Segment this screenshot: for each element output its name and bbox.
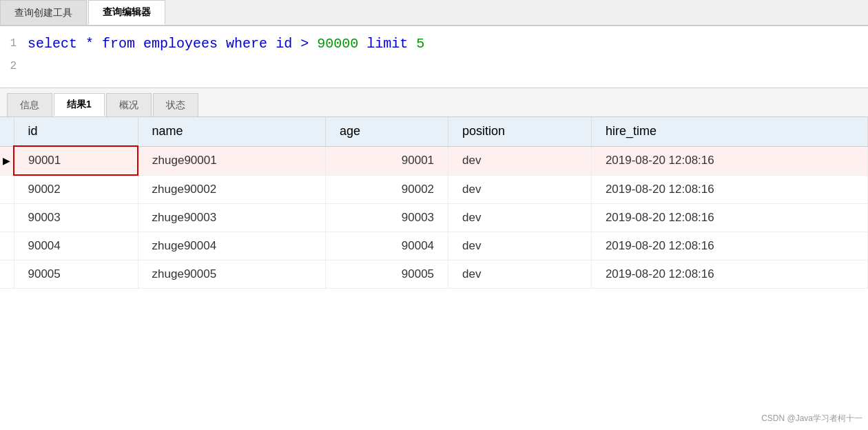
cell-id: 90003	[14, 204, 138, 232]
cell-id: 90004	[14, 232, 138, 260]
line-number-1: 1	[0, 35, 28, 53]
cell-position: dev	[448, 175, 592, 204]
cell-id: 90005	[14, 260, 138, 289]
results-area: 信息 结果1 概况 状态 id name age position hire_t…	[0, 88, 868, 430]
cell-name: zhuge90001	[138, 146, 325, 175]
tab-overview[interactable]: 概况	[106, 93, 152, 116]
cell-age: 90001	[326, 146, 448, 175]
page-content: 查询创建工具 查询编辑器 1 select * from employees w…	[0, 0, 868, 430]
cell-name: zhuge90004	[138, 232, 325, 260]
cell-name: zhuge90002	[138, 175, 325, 204]
cell-id: 90002	[14, 175, 138, 204]
table-row[interactable]: ▶90001zhuge9000190001dev2019-08-20 12:08…	[0, 146, 868, 175]
sql-line-1: 1 select * from employees where id > 900…	[0, 32, 868, 57]
sql-editor[interactable]: 1 select * from employees where id > 900…	[0, 26, 868, 88]
cell-hire-time: 2019-08-20 12:08:16	[591, 204, 867, 232]
result-tab-bar: 信息 结果1 概况 状态	[0, 88, 868, 117]
tab-status[interactable]: 状态	[153, 93, 198, 116]
cell-hire-time: 2019-08-20 12:08:16	[591, 260, 867, 289]
col-header-hire-time: hire_time	[591, 117, 867, 146]
cell-age: 90002	[326, 175, 448, 204]
watermark: CSDN @Java学习者柯十一	[761, 413, 862, 424]
col-header-id: id	[14, 117, 138, 146]
header-arrow-placeholder	[0, 117, 14, 146]
sql-keyword-where: where	[226, 36, 267, 52]
cell-hire-time: 2019-08-20 12:08:16	[591, 175, 867, 204]
sql-keyword-from: from	[102, 36, 135, 52]
table-row[interactable]: 90005zhuge9000590005dev2019-08-20 12:08:…	[0, 260, 868, 289]
tab-query-editor[interactable]: 查询编辑器	[88, 0, 165, 25]
cell-hire-time: 2019-08-20 12:08:16	[591, 232, 867, 260]
cell-position: dev	[448, 146, 592, 175]
table-body: ▶90001zhuge9000190001dev2019-08-20 12:08…	[0, 146, 868, 289]
col-header-position: position	[448, 117, 592, 146]
row-arrow	[0, 232, 14, 260]
sql-line-2: 2	[0, 57, 868, 77]
sql-condition: id >	[276, 36, 317, 52]
row-arrow	[0, 204, 14, 232]
sql-editor-area: 1 select * from employees where id > 900…	[0, 26, 868, 88]
sql-limit-value: 5	[416, 36, 424, 52]
cell-position: dev	[448, 260, 592, 289]
cell-position: dev	[448, 204, 592, 232]
row-arrow: ▶	[0, 146, 14, 175]
cell-id: 90001	[14, 146, 138, 175]
cell-age: 90003	[326, 204, 448, 232]
cell-name: zhuge90005	[138, 260, 325, 289]
tab-query-builder[interactable]: 查询创建工具	[0, 0, 87, 25]
sql-table: employees	[143, 36, 226, 52]
sql-star: *	[85, 36, 102, 52]
cell-age: 90005	[326, 260, 448, 289]
tab-info[interactable]: 信息	[7, 93, 52, 116]
cell-position: dev	[448, 232, 592, 260]
col-header-age: age	[326, 117, 448, 146]
results-table: id name age position hire_time ▶90001zhu…	[0, 117, 868, 289]
row-arrow	[0, 260, 14, 289]
sql-keyword-limit: limit	[366, 36, 416, 52]
table-row[interactable]: 90003zhuge9000390003dev2019-08-20 12:08:…	[0, 204, 868, 232]
col-header-name: name	[138, 117, 325, 146]
cell-hire-time: 2019-08-20 12:08:16	[591, 146, 867, 175]
top-tab-bar: 查询创建工具 查询编辑器	[0, 0, 868, 26]
sql-keyword-select: select	[28, 36, 77, 52]
sql-content-1: select * from employees where id > 90000…	[28, 33, 424, 55]
tab-result1[interactable]: 结果1	[54, 93, 105, 116]
sql-number-value: 90000	[317, 36, 358, 52]
table-row[interactable]: 90004zhuge9000490004dev2019-08-20 12:08:…	[0, 232, 868, 260]
data-table-container[interactable]: id name age position hire_time ▶90001zhu…	[0, 117, 868, 430]
cell-age: 90004	[326, 232, 448, 260]
line-number-2: 2	[0, 58, 28, 76]
cell-name: zhuge90003	[138, 204, 325, 232]
table-row[interactable]: 90002zhuge9000290002dev2019-08-20 12:08:…	[0, 175, 868, 204]
row-arrow	[0, 175, 14, 204]
table-header-row: id name age position hire_time	[0, 117, 868, 146]
